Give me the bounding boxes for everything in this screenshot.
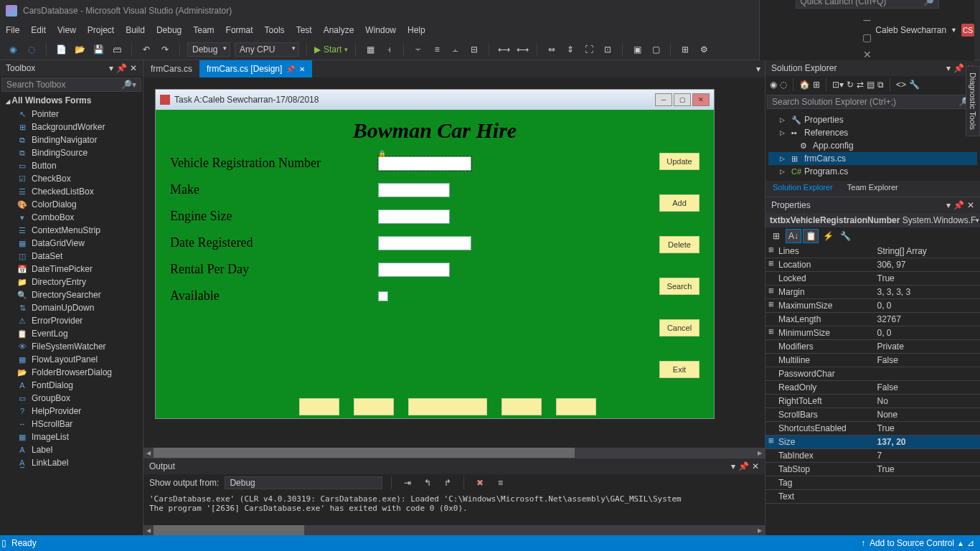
dropdown-icon[interactable]: ▾ [731,461,735,471]
close-icon[interactable]: ✕ [299,65,305,73]
solution-search-input[interactable]: Search Solution Explorer (Ctrl+;) 🔎▾ [767,95,979,109]
tab-team-explorer[interactable]: Team Explorer [840,181,905,197]
property-row[interactable]: Location306, 97 [765,258,980,272]
property-row[interactable]: ReadOnlyFalse [765,381,980,395]
output-goto-button[interactable]: ⇥ [400,476,415,490]
add-source-control-button[interactable]: Add to Source Control [870,538,954,548]
new-project-button[interactable]: 📄 [54,42,68,57]
property-value[interactable]: 0, 0 [873,326,981,339]
property-value[interactable] [873,476,981,489]
menu-tools[interactable]: Tools [265,25,285,35]
menu-test[interactable]: Test [296,25,312,35]
toolbox-item[interactable]: ▾ComboBox [0,211,143,224]
textbox-vehicle-reg[interactable]: 🔒 [378,156,471,171]
properties-object-combo[interactable]: txtbxVehicleRegistraionNumber System.Win… [765,213,980,227]
props-events-button[interactable]: ⚡ [820,229,836,243]
scroll-right-button[interactable]: ▶ [755,448,765,458]
close-button[interactable]: ✕ [853,49,882,60]
property-value[interactable]: 7 [873,449,981,462]
tree-properties[interactable]: ▷🔧Properties [768,113,977,126]
property-row[interactable]: Margin3, 3, 3, 3 [765,286,980,299]
output-next-button[interactable]: ↱ [440,476,455,490]
props-alpha-button[interactable]: A↓ [786,229,801,243]
toolbox-item[interactable]: ↔HScrollBar [0,418,143,430]
toolbox-item[interactable]: ⊞BackgroundWorker [0,121,143,133]
forward-button[interactable]: ◌ [24,42,39,57]
toolbox-item[interactable]: ↖Pointer [0,108,143,121]
toolbox-item[interactable]: ▦ImageList [0,430,143,443]
hspace-button[interactable]: ⟷ [496,42,511,57]
property-row[interactable]: Size137, 20 [765,435,980,449]
toolbox-item[interactable]: ⇅DomainUpDown [0,301,143,314]
button-nav-5[interactable] [556,398,596,415]
property-row[interactable]: ScrollBarsNone [765,408,980,422]
tab-code[interactable]: frmCars.cs [143,60,199,77]
property-row[interactable]: ModifiersPrivate [765,340,980,354]
toolbox-category[interactable]: All Windows Forms [0,93,143,108]
button-nav-1[interactable] [299,398,339,415]
tree-appconfig[interactable]: ⚙App.config [768,139,977,152]
pin-icon[interactable]: 📌 [738,461,749,471]
output-source-combo[interactable]: Debug [225,476,382,489]
toolbox-item[interactable]: ▦FlowLayoutPanel [0,353,143,366]
se-home-button[interactable]: 🏠 [799,80,810,90]
button-search[interactable]: Search [659,278,699,295]
toolbox-item[interactable]: ☑CheckBox [0,172,143,185]
tab-design[interactable]: frmCars.cs [Design] 📌 ✕ [199,60,312,77]
se-props-button[interactable]: 🔧 [909,80,920,90]
dropdown-icon[interactable]: ▾ [946,63,951,73]
property-value[interactable]: True [873,272,981,285]
label-date[interactable]: Date Registered [170,235,378,250]
property-value[interactable] [873,367,981,380]
size-height-button[interactable]: ⇕ [563,42,578,57]
close-icon[interactable]: ✕ [130,63,137,73]
size-both-button[interactable]: ⛶ [582,42,596,57]
toolbox-item[interactable]: ▦DataGridView [0,237,143,250]
toolbox-item[interactable]: 🎨ColorDialog [0,198,143,211]
menu-analyze[interactable]: Analyze [324,25,354,35]
menu-help[interactable]: Help [407,25,425,35]
quick-launch-input[interactable]: Quick Launch (Ctrl+Q) 🔎 [796,0,939,9]
button-add[interactable]: Add [659,194,699,212]
property-value[interactable]: 137, 20 [873,435,981,448]
props-categorized-button[interactable]: ⊞ [768,229,784,243]
property-value[interactable]: False [873,354,981,367]
property-value[interactable]: No [873,395,981,408]
toolbox-item[interactable]: 👁FileSystemWatcher [0,340,143,353]
property-value[interactable]: String[] Array [873,245,981,258]
menu-build[interactable]: Build [126,25,145,35]
redo-button[interactable]: ↷ [158,42,172,57]
toolbox-item[interactable]: ▭GroupBox [0,392,143,405]
button-exit[interactable]: Exit [659,361,699,378]
se-scope-button[interactable]: ⊡▾ [832,80,844,90]
toolbox-item[interactable]: A̲LinkLabel [0,456,143,469]
se-fwd-button[interactable]: ◌ [780,80,787,90]
property-row[interactable]: LockedTrue [765,272,980,286]
align-middle-button[interactable]: ⊟ [467,42,481,57]
source-control-up-icon[interactable]: ↑ [861,538,865,548]
pin-icon[interactable]: 📌 [286,65,295,73]
save-button[interactable]: 💾 [91,42,105,57]
property-value[interactable]: 0, 0 [873,299,981,312]
se-showall-button[interactable]: ▤ [867,80,875,90]
property-value[interactable]: 306, 97 [873,258,981,271]
toolbox-item[interactable]: ◫DataSet [0,250,143,263]
property-row[interactable]: Text [765,490,980,504]
toolbox-item[interactable]: 📋EventLog [0,327,143,340]
props-pages-button[interactable]: 🔧 [837,229,853,243]
configuration-combo[interactable]: Debug [187,42,230,57]
align-center-button[interactable]: ≡ [430,42,444,57]
back-button[interactable]: ◉ [6,42,20,57]
vspace-button[interactable]: ⟷ [515,42,529,57]
button-nav-3[interactable] [408,398,487,415]
toolbox-item[interactable]: 🔍DirectorySearcher [0,288,143,301]
se-refresh-button[interactable]: ↻ [847,80,854,90]
property-value[interactable]: None [873,408,981,421]
se-viewcode-button[interactable]: <> [896,80,906,90]
property-row[interactable]: ShortcutsEnabledTrue [765,422,980,435]
property-row[interactable]: MultilineFalse [765,354,980,367]
se-collapse-button[interactable]: ⇄ [857,80,864,90]
toolbox-item[interactable]: ⧉BindingSource [0,146,143,159]
toolbox-item[interactable]: 📅DateTimePicker [0,263,143,276]
toolbox-item[interactable]: ☰ContextMenuStrip [0,224,143,237]
